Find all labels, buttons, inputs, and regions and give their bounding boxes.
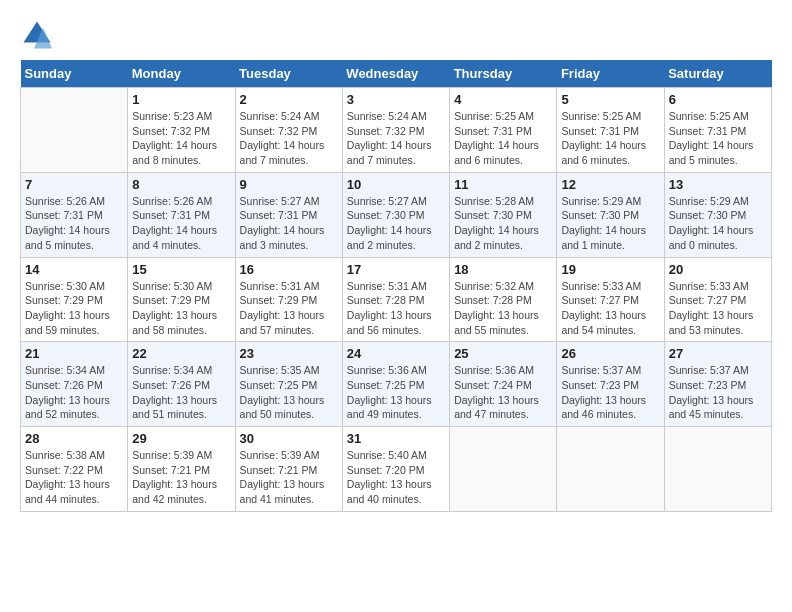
calendar-cell: 24Sunrise: 5:36 AMSunset: 7:25 PMDayligh… — [342, 342, 449, 427]
cell-info: Sunrise: 5:28 AMSunset: 7:30 PMDaylight:… — [454, 194, 552, 253]
cell-info: Sunrise: 5:37 AMSunset: 7:23 PMDaylight:… — [561, 363, 659, 422]
cell-info: Sunrise: 5:24 AMSunset: 7:32 PMDaylight:… — [240, 109, 338, 168]
date-number: 30 — [240, 431, 338, 446]
calendar-cell: 26Sunrise: 5:37 AMSunset: 7:23 PMDayligh… — [557, 342, 664, 427]
calendar-cell: 20Sunrise: 5:33 AMSunset: 7:27 PMDayligh… — [664, 257, 771, 342]
week-row-5: 28Sunrise: 5:38 AMSunset: 7:22 PMDayligh… — [21, 427, 772, 512]
calendar-cell: 27Sunrise: 5:37 AMSunset: 7:23 PMDayligh… — [664, 342, 771, 427]
cell-info: Sunrise: 5:35 AMSunset: 7:25 PMDaylight:… — [240, 363, 338, 422]
date-number: 18 — [454, 262, 552, 277]
header-row: SundayMondayTuesdayWednesdayThursdayFrid… — [21, 60, 772, 88]
date-number: 4 — [454, 92, 552, 107]
calendar-cell: 19Sunrise: 5:33 AMSunset: 7:27 PMDayligh… — [557, 257, 664, 342]
cell-info: Sunrise: 5:36 AMSunset: 7:25 PMDaylight:… — [347, 363, 445, 422]
date-number: 8 — [132, 177, 230, 192]
cell-info: Sunrise: 5:38 AMSunset: 7:22 PMDaylight:… — [25, 448, 123, 507]
week-row-2: 7Sunrise: 5:26 AMSunset: 7:31 PMDaylight… — [21, 172, 772, 257]
cell-info: Sunrise: 5:36 AMSunset: 7:24 PMDaylight:… — [454, 363, 552, 422]
cell-info: Sunrise: 5:40 AMSunset: 7:20 PMDaylight:… — [347, 448, 445, 507]
calendar-cell: 9Sunrise: 5:27 AMSunset: 7:31 PMDaylight… — [235, 172, 342, 257]
cell-info: Sunrise: 5:23 AMSunset: 7:32 PMDaylight:… — [132, 109, 230, 168]
cell-info: Sunrise: 5:25 AMSunset: 7:31 PMDaylight:… — [454, 109, 552, 168]
page-header — [20, 20, 772, 50]
cell-info: Sunrise: 5:24 AMSunset: 7:32 PMDaylight:… — [347, 109, 445, 168]
calendar-cell: 16Sunrise: 5:31 AMSunset: 7:29 PMDayligh… — [235, 257, 342, 342]
cell-info: Sunrise: 5:27 AMSunset: 7:31 PMDaylight:… — [240, 194, 338, 253]
date-number: 29 — [132, 431, 230, 446]
date-number: 20 — [669, 262, 767, 277]
calendar-cell — [664, 427, 771, 512]
week-row-3: 14Sunrise: 5:30 AMSunset: 7:29 PMDayligh… — [21, 257, 772, 342]
date-number: 15 — [132, 262, 230, 277]
logo-icon — [22, 20, 52, 50]
cell-info: Sunrise: 5:27 AMSunset: 7:30 PMDaylight:… — [347, 194, 445, 253]
calendar-cell: 8Sunrise: 5:26 AMSunset: 7:31 PMDaylight… — [128, 172, 235, 257]
date-number: 7 — [25, 177, 123, 192]
cell-info: Sunrise: 5:29 AMSunset: 7:30 PMDaylight:… — [561, 194, 659, 253]
date-number: 31 — [347, 431, 445, 446]
date-number: 11 — [454, 177, 552, 192]
calendar-cell: 11Sunrise: 5:28 AMSunset: 7:30 PMDayligh… — [450, 172, 557, 257]
date-number: 9 — [240, 177, 338, 192]
calendar-cell — [450, 427, 557, 512]
date-number: 26 — [561, 346, 659, 361]
calendar-cell: 21Sunrise: 5:34 AMSunset: 7:26 PMDayligh… — [21, 342, 128, 427]
cell-info: Sunrise: 5:39 AMSunset: 7:21 PMDaylight:… — [240, 448, 338, 507]
calendar-cell: 23Sunrise: 5:35 AMSunset: 7:25 PMDayligh… — [235, 342, 342, 427]
calendar-cell: 6Sunrise: 5:25 AMSunset: 7:31 PMDaylight… — [664, 88, 771, 173]
calendar-cell: 15Sunrise: 5:30 AMSunset: 7:29 PMDayligh… — [128, 257, 235, 342]
week-row-4: 21Sunrise: 5:34 AMSunset: 7:26 PMDayligh… — [21, 342, 772, 427]
calendar-cell: 31Sunrise: 5:40 AMSunset: 7:20 PMDayligh… — [342, 427, 449, 512]
date-number: 21 — [25, 346, 123, 361]
calendar-cell: 22Sunrise: 5:34 AMSunset: 7:26 PMDayligh… — [128, 342, 235, 427]
header-cell-wednesday: Wednesday — [342, 60, 449, 88]
calendar-cell — [557, 427, 664, 512]
calendar-cell: 14Sunrise: 5:30 AMSunset: 7:29 PMDayligh… — [21, 257, 128, 342]
calendar-cell: 12Sunrise: 5:29 AMSunset: 7:30 PMDayligh… — [557, 172, 664, 257]
header-cell-saturday: Saturday — [664, 60, 771, 88]
date-number: 14 — [25, 262, 123, 277]
calendar-cell: 29Sunrise: 5:39 AMSunset: 7:21 PMDayligh… — [128, 427, 235, 512]
date-number: 1 — [132, 92, 230, 107]
date-number: 13 — [669, 177, 767, 192]
cell-info: Sunrise: 5:29 AMSunset: 7:30 PMDaylight:… — [669, 194, 767, 253]
cell-info: Sunrise: 5:31 AMSunset: 7:29 PMDaylight:… — [240, 279, 338, 338]
calendar-cell: 5Sunrise: 5:25 AMSunset: 7:31 PMDaylight… — [557, 88, 664, 173]
calendar-cell: 2Sunrise: 5:24 AMSunset: 7:32 PMDaylight… — [235, 88, 342, 173]
calendar-cell: 18Sunrise: 5:32 AMSunset: 7:28 PMDayligh… — [450, 257, 557, 342]
calendar-cell: 17Sunrise: 5:31 AMSunset: 7:28 PMDayligh… — [342, 257, 449, 342]
date-number: 19 — [561, 262, 659, 277]
week-row-1: 1Sunrise: 5:23 AMSunset: 7:32 PMDaylight… — [21, 88, 772, 173]
cell-info: Sunrise: 5:25 AMSunset: 7:31 PMDaylight:… — [669, 109, 767, 168]
date-number: 2 — [240, 92, 338, 107]
calendar-cell: 25Sunrise: 5:36 AMSunset: 7:24 PMDayligh… — [450, 342, 557, 427]
cell-info: Sunrise: 5:33 AMSunset: 7:27 PMDaylight:… — [561, 279, 659, 338]
date-number: 6 — [669, 92, 767, 107]
date-number: 17 — [347, 262, 445, 277]
cell-info: Sunrise: 5:30 AMSunset: 7:29 PMDaylight:… — [132, 279, 230, 338]
cell-info: Sunrise: 5:31 AMSunset: 7:28 PMDaylight:… — [347, 279, 445, 338]
cell-info: Sunrise: 5:34 AMSunset: 7:26 PMDaylight:… — [132, 363, 230, 422]
date-number: 22 — [132, 346, 230, 361]
calendar-cell — [21, 88, 128, 173]
date-number: 25 — [454, 346, 552, 361]
cell-info: Sunrise: 5:33 AMSunset: 7:27 PMDaylight:… — [669, 279, 767, 338]
cell-info: Sunrise: 5:37 AMSunset: 7:23 PMDaylight:… — [669, 363, 767, 422]
date-number: 23 — [240, 346, 338, 361]
date-number: 27 — [669, 346, 767, 361]
date-number: 12 — [561, 177, 659, 192]
calendar-cell: 3Sunrise: 5:24 AMSunset: 7:32 PMDaylight… — [342, 88, 449, 173]
calendar-cell: 4Sunrise: 5:25 AMSunset: 7:31 PMDaylight… — [450, 88, 557, 173]
calendar-cell: 7Sunrise: 5:26 AMSunset: 7:31 PMDaylight… — [21, 172, 128, 257]
cell-info: Sunrise: 5:26 AMSunset: 7:31 PMDaylight:… — [132, 194, 230, 253]
calendar-cell: 1Sunrise: 5:23 AMSunset: 7:32 PMDaylight… — [128, 88, 235, 173]
cell-info: Sunrise: 5:30 AMSunset: 7:29 PMDaylight:… — [25, 279, 123, 338]
cell-info: Sunrise: 5:26 AMSunset: 7:31 PMDaylight:… — [25, 194, 123, 253]
calendar-cell: 13Sunrise: 5:29 AMSunset: 7:30 PMDayligh… — [664, 172, 771, 257]
cell-info: Sunrise: 5:34 AMSunset: 7:26 PMDaylight:… — [25, 363, 123, 422]
calendar-cell: 28Sunrise: 5:38 AMSunset: 7:22 PMDayligh… — [21, 427, 128, 512]
date-number: 24 — [347, 346, 445, 361]
cell-info: Sunrise: 5:39 AMSunset: 7:21 PMDaylight:… — [132, 448, 230, 507]
date-number: 10 — [347, 177, 445, 192]
date-number: 3 — [347, 92, 445, 107]
